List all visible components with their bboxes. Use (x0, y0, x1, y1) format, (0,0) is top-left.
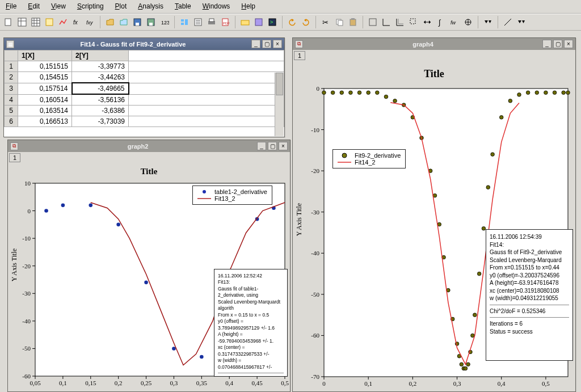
maximize-button[interactable]: ▢ (553, 40, 562, 48)
cell[interactable]: -3,56136 (72, 94, 129, 106)
minimize-button[interactable]: _ (257, 142, 266, 150)
fit-icon[interactable]: fw (449, 17, 460, 27)
scrollbar-thumb[interactable] (276, 73, 283, 95)
svg-point-165 (477, 272, 481, 276)
project-explorer-icon[interactable] (179, 17, 190, 27)
svg-text:fxy: fxy (86, 20, 93, 26)
svg-text:-20: -20 (311, 167, 319, 174)
open-icon[interactable] (105, 17, 115, 27)
row-header[interactable]: 5 (5, 106, 18, 116)
layer-tab[interactable]: 1 (9, 153, 20, 162)
cell[interactable]: -3,73039 (72, 116, 129, 127)
menu-plot[interactable]: Plot (110, 0, 133, 13)
new-func-icon[interactable]: fx (71, 17, 82, 27)
cell[interactable]: 0,166513 (18, 116, 72, 127)
maximize-button[interactable]: ▢ (262, 40, 271, 48)
row-header[interactable]: 3 (5, 83, 18, 94)
print-icon[interactable] (207, 17, 217, 27)
column-header-y[interactable]: 2[Y] (72, 50, 129, 61)
maximize-button[interactable]: ▢ (268, 142, 277, 150)
more2-icon[interactable] (516, 17, 527, 27)
new-project-icon[interactable] (3, 17, 14, 27)
fit-info-box[interactable]: 16.11.2006 12:52:42 Fit13: Gauss fit of … (214, 269, 288, 377)
cell[interactable]: 0,163514 (18, 106, 72, 116)
legend-box[interactable]: Fit9-2_derivative Fit14_2 (332, 149, 406, 168)
paste-icon[interactable] (348, 17, 358, 27)
legend-box[interactable]: table1-2_derivative Fit13_2 (192, 186, 272, 205)
row-header[interactable]: 4 (5, 94, 18, 106)
layer-icon[interactable] (395, 17, 405, 27)
info-desc: Gauss fit of table1-2_derivative, using (218, 286, 284, 299)
minimize-button[interactable]: _ (542, 40, 551, 48)
integral-icon[interactable]: ∫ (436, 17, 446, 27)
data-table[interactable]: 1[X] 2[Y] 10,151515-3,39773 20,154515-3,… (4, 50, 284, 127)
open-template-icon[interactable] (119, 17, 129, 27)
row-header[interactable]: 6 (5, 116, 18, 127)
minimize-button[interactable]: _ (251, 40, 260, 48)
svg-marker-49 (429, 20, 431, 24)
console-icon[interactable]: > (267, 17, 277, 27)
svg-point-166 (482, 226, 486, 230)
cell[interactable]: -3,44263 (72, 72, 129, 83)
duplicate-icon[interactable]: 123 (159, 17, 170, 27)
line-tool-icon[interactable] (503, 17, 513, 27)
row-header[interactable]: 1 (5, 61, 18, 72)
cell[interactable]: 0,157514 (18, 83, 72, 94)
title-graph2: graph2 (20, 143, 255, 150)
layer-tab[interactable]: 1 (294, 51, 305, 60)
svg-point-164 (473, 313, 477, 317)
menu-edit[interactable]: Edit (22, 0, 45, 13)
pdf-icon[interactable]: PDF (220, 17, 230, 27)
new-note-icon[interactable] (44, 17, 54, 27)
menu-file[interactable]: File (0, 0, 22, 13)
more-icon[interactable] (483, 17, 493, 27)
copy-icon[interactable] (334, 17, 344, 27)
new-table-icon[interactable] (17, 17, 27, 27)
window-graph2[interactable]: ⧉ graph2 _ ▢ × 1 Title Y Axis Title 0,05… (7, 140, 290, 392)
save-template-icon[interactable] (146, 17, 156, 27)
zoom-icon[interactable] (409, 17, 419, 27)
save-icon[interactable] (132, 17, 142, 27)
legend-item: table1-2_derivative (214, 188, 267, 195)
cut-icon[interactable]: ✂ (321, 17, 331, 27)
rescale-icon[interactable] (422, 17, 432, 27)
cell[interactable]: -3,6386 (72, 106, 129, 116)
window-table-fit14[interactable]: ▦ Fit14 - Gauss fit of Fit9-2_derivative… (3, 37, 285, 137)
close-button[interactable]: × (279, 142, 288, 150)
screen-reader-icon[interactable] (463, 17, 473, 27)
menu-table[interactable]: Table (169, 0, 197, 13)
titlebar-graph2[interactable]: ⧉ graph2 _ ▢ × (8, 140, 290, 152)
fit-info-box[interactable]: 16.11.2006 12:54:39 Fit14: Gauss fit of … (486, 229, 573, 361)
redo-icon[interactable] (301, 17, 311, 27)
close-button[interactable]: × (564, 40, 573, 48)
row-header[interactable]: 2 (5, 72, 18, 83)
explorer-icon[interactable] (240, 17, 250, 27)
log-icon[interactable] (193, 17, 203, 27)
cell[interactable]: 0,154515 (18, 72, 72, 83)
menu-help[interactable]: Help (235, 0, 261, 13)
new-surface-icon[interactable]: fxy (85, 17, 95, 27)
menu-windows[interactable]: Windows (197, 0, 236, 13)
new-matrix-icon[interactable] (31, 17, 41, 27)
info-algo: Scaled Levenberg-Marquardt algorith (218, 299, 284, 312)
vertical-scrollbar[interactable] (275, 73, 284, 136)
menu-scripting[interactable]: Scripting (71, 0, 110, 13)
plot-wizard-icon[interactable] (368, 17, 378, 27)
cell[interactable]: 0,160514 (18, 94, 72, 106)
svg-marker-56 (489, 20, 491, 23)
cell[interactable]: 0,151515 (18, 61, 72, 72)
new-graph-icon[interactable] (58, 17, 68, 27)
menu-view[interactable]: View (45, 0, 71, 13)
add-layer-icon[interactable] (381, 17, 391, 27)
close-button[interactable]: × (273, 40, 282, 48)
cell[interactable]: -3,39773 (72, 61, 129, 72)
undo-icon[interactable] (287, 17, 297, 27)
menu-analysis[interactable]: Analysis (132, 0, 169, 13)
titlebar-table[interactable]: ▦ Fit14 - Gauss fit of Fit9-2_derivative… (4, 38, 284, 50)
window-graph4[interactable]: ⧉ graph4 _ ▢ × 1 Title Y Axis Title 00,1… (292, 37, 576, 392)
column-header-x[interactable]: 1[X] (18, 50, 72, 61)
svg-text:0,2: 0,2 (115, 380, 123, 386)
titlebar-graph4[interactable]: ⧉ graph4 _ ▢ × (293, 38, 575, 50)
results-log-icon[interactable] (254, 17, 264, 27)
cell-selected[interactable]: -3,49665 (72, 83, 129, 94)
